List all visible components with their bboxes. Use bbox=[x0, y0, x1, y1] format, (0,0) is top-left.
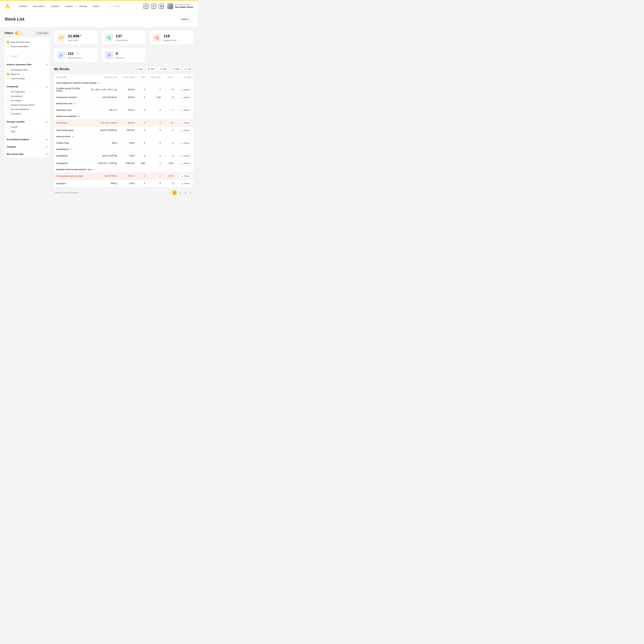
stock-minus-icon bbox=[155, 36, 159, 40]
filter-option-below-par[interactable]: Below Par bbox=[7, 72, 47, 76]
checkbox bbox=[7, 108, 9, 111]
clear-filters-label: Clear Filters bbox=[38, 32, 48, 34]
export-csv-button[interactable]: CSV bbox=[183, 67, 193, 71]
actions-cell: History bbox=[180, 154, 191, 158]
reports-label: Reports bbox=[181, 18, 188, 20]
filter-section-toggle-my-custom-field[interactable]: My custom field bbox=[7, 153, 47, 155]
stat-value: 137 bbox=[116, 34, 122, 38]
external-link-icon[interactable] bbox=[93, 169, 95, 171]
external-link-icon[interactable] bbox=[98, 82, 100, 84]
history-button[interactable]: History bbox=[180, 95, 191, 99]
filters-search bbox=[7, 53, 47, 58]
export-pdf-button[interactable]: PDF bbox=[158, 67, 168, 71]
external-link-icon[interactable] bbox=[70, 149, 72, 150]
export-print-button[interactable]: Print bbox=[146, 67, 156, 71]
brand-logo[interactable] bbox=[5, 4, 10, 9]
filter-option-show-all-library-items[interactable]: Show All Library Items bbox=[7, 40, 47, 44]
external-link-icon[interactable] bbox=[74, 103, 76, 105]
history-button[interactable]: History bbox=[180, 141, 191, 145]
filter-option-me-tugay-akin[interactable]: Me (Tugay Akin) bbox=[7, 90, 47, 94]
stock-value: 60.00 € bbox=[118, 88, 135, 91]
par-value: 1000 bbox=[136, 162, 145, 164]
stocks-title: My Stocks bbox=[54, 67, 69, 71]
copy-icon bbox=[135, 68, 137, 70]
filter-section-category: Category bbox=[5, 143, 49, 150]
stock-quantity: 1023 bbox=[162, 162, 173, 164]
previous-page-button[interactable] bbox=[167, 190, 171, 195]
history-button[interactable]: History bbox=[180, 161, 191, 165]
nav-item-products[interactable]: Products bbox=[19, 5, 29, 7]
history-button-label: History bbox=[184, 129, 189, 131]
export-copy-button[interactable]: Copy bbox=[133, 67, 144, 71]
filter-option-label: Anna Moreels bbox=[11, 95, 23, 97]
global-search-input[interactable] bbox=[114, 5, 138, 7]
filter-option-has-negative-stock[interactable]: Has Negative Stock bbox=[7, 67, 47, 72]
clear-filters-button[interactable]: × Clear Filters bbox=[35, 31, 49, 35]
page-button-3[interactable]: 3 bbox=[183, 190, 188, 195]
history-button[interactable]: History bbox=[180, 128, 191, 132]
chevron-down-icon bbox=[46, 139, 47, 140]
nav-item-planning[interactable]: Planning bbox=[79, 5, 89, 7]
history-icon bbox=[181, 155, 183, 157]
library-filters-section: Show All Library ItemsReverse active fil… bbox=[5, 37, 49, 51]
reports-button[interactable]: Reports bbox=[179, 16, 193, 22]
package-size: Can (2 l) bbox=[88, 109, 117, 111]
filter-option-used-in-a-recipe[interactable]: Used in a recipe bbox=[7, 76, 47, 81]
nav-item-inventory[interactable]: Inventory bbox=[51, 5, 61, 7]
external-link-icon[interactable] bbox=[78, 116, 80, 117]
search-icon bbox=[111, 5, 113, 7]
chevron-up-icon bbox=[46, 121, 47, 122]
external-link-icon bbox=[98, 82, 100, 84]
stat-value-row: 137 bbox=[116, 34, 128, 38]
nav-item-procurement[interactable]: Procurement bbox=[33, 5, 47, 7]
filter-option-anna-moreels[interactable]: Anna Moreels bbox=[7, 94, 47, 98]
history-button[interactable]: History bbox=[180, 121, 191, 125]
history-button[interactable]: History bbox=[180, 174, 191, 178]
chat-button[interactable] bbox=[143, 4, 148, 9]
stat-value-row: 5 bbox=[116, 52, 124, 56]
history-button[interactable]: History bbox=[180, 108, 191, 112]
page-button-1[interactable]: 1 bbox=[172, 190, 177, 195]
nav-item-media[interactable]: Media bbox=[93, 5, 101, 7]
checkbox bbox=[7, 90, 9, 93]
filter-option-carl-jacobs[interactable]: Carl Jacobs bbox=[7, 111, 47, 116]
min-stock-value: 0 bbox=[146, 175, 161, 177]
filter-option-arno-van-broekhoven[interactable]: Arno van Broekhoven bbox=[7, 107, 47, 111]
filter-section-toggle-created-by[interactable]: Created By bbox=[7, 85, 47, 88]
stat-content: 118Negative Stock bbox=[164, 34, 177, 41]
checkbox-checked bbox=[7, 41, 9, 43]
external-link-icon[interactable] bbox=[72, 136, 74, 138]
stock-quantity: 0 bbox=[162, 182, 173, 185]
filter-section-toggle-storage-location[interactable]: Storage Location bbox=[7, 121, 47, 123]
stat-label: Below Par bbox=[116, 57, 124, 59]
filters-search-input[interactable] bbox=[12, 55, 46, 57]
history-button[interactable]: History bbox=[180, 154, 191, 158]
user-menu[interactable]: WELCOME THOMAS, Your Hotel Library bbox=[167, 3, 193, 9]
filter-option-reverse-active-filters[interactable]: Reverse active filters bbox=[7, 44, 47, 49]
filter-option-koelcel[interactable]: Koelcel bbox=[7, 125, 47, 129]
filter-section-toggle-article-s-inventory-filter[interactable]: Article's Inventory Filter bbox=[7, 63, 47, 66]
nav-item-analytics[interactable]: Analytics bbox=[65, 5, 75, 7]
history-icon bbox=[181, 142, 183, 144]
below-par-icon bbox=[107, 53, 111, 57]
stat-filter-badge[interactable] bbox=[75, 51, 80, 55]
filter-section-toggle-accounting-category[interactable]: Accounting Category bbox=[7, 138, 47, 141]
stock-value: 292.66 € bbox=[118, 129, 135, 132]
next-page-button[interactable] bbox=[189, 190, 192, 195]
filter-option-frigo[interactable]: Frigo bbox=[7, 129, 47, 133]
package-size: pack (24 piece) bbox=[88, 96, 117, 99]
help-button[interactable] bbox=[159, 4, 164, 9]
filter-option-ann-robaye[interactable]: Ann Robaye bbox=[7, 98, 47, 103]
banknote-icon bbox=[59, 36, 63, 40]
min-stock-value: 0 bbox=[146, 122, 161, 124]
export-excel-button[interactable]: Excel bbox=[170, 67, 181, 71]
history-button[interactable]: History bbox=[180, 88, 191, 92]
entries-summary: Showing 1 to 25 of 336 entries bbox=[55, 192, 78, 194]
filter-section-toggle-category[interactable]: Category bbox=[7, 146, 47, 148]
page-button-2[interactable]: 2 bbox=[178, 190, 182, 195]
stat-content: 111Below Minimum bbox=[68, 52, 81, 59]
filters-toggle[interactable] bbox=[15, 31, 21, 35]
bell-button[interactable] bbox=[151, 4, 156, 9]
history-button[interactable]: History bbox=[180, 181, 191, 186]
filter-option-anneleen-hanssens-apic[interactable]: Anneleen Hanssens (APIC) bbox=[7, 103, 47, 107]
